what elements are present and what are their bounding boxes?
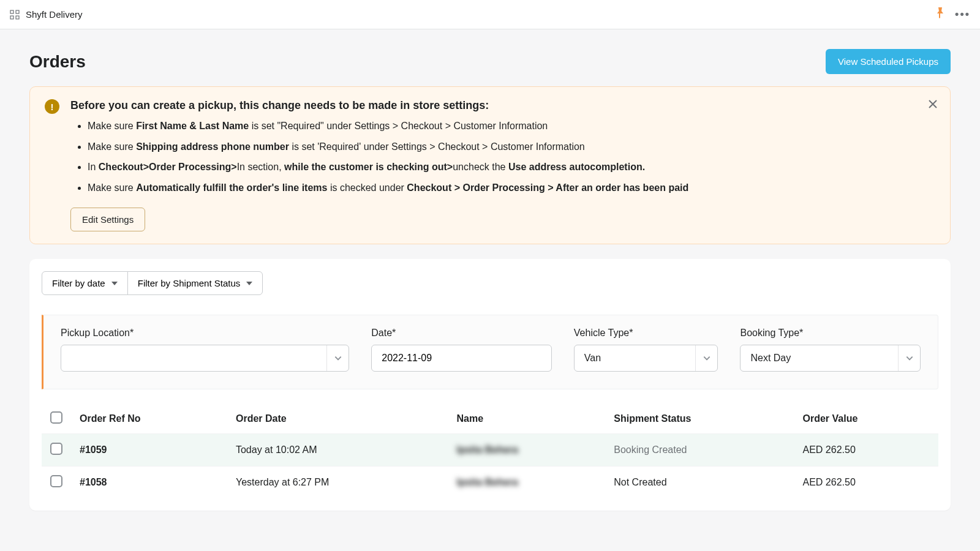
cell-date: Yesterday at 6:27 PM — [227, 467, 448, 499]
close-alert-button[interactable] — [928, 98, 938, 112]
chevron-down-icon — [326, 345, 349, 371]
filter-label: Filter by date — [52, 278, 105, 288]
orders-table: Order Ref No Order Date Name Shipment St… — [42, 404, 938, 498]
cell-name: Ipsita Behera — [448, 434, 605, 467]
svg-rect-1 — [16, 10, 19, 13]
cell-status: Not Created — [605, 467, 794, 499]
cell-name: Ipsita Behera — [448, 467, 605, 499]
alert-item: Make sure Automatically fulfill the orde… — [88, 180, 935, 196]
date-label: Date* — [371, 328, 552, 339]
app-name: Shyft Delivery — [26, 9, 83, 20]
col-name: Name — [448, 404, 605, 434]
alert-item: Make sure Shipping address phone number … — [88, 139, 935, 155]
alert-list: Make sure First Name & Last Name is set … — [70, 118, 935, 195]
app-grid-icon — [10, 10, 20, 20]
col-ref: Order Ref No — [71, 404, 227, 434]
pin-icon[interactable] — [935, 7, 945, 21]
filter-by-status-button[interactable]: Filter by Shipment Status — [127, 271, 263, 295]
chevron-down-icon — [898, 345, 920, 371]
vehicle-type-select[interactable]: Van — [574, 345, 718, 372]
cell-value: AED 262.50 — [794, 467, 939, 499]
alert-heading: Before you can create a pickup, this cha… — [70, 99, 935, 112]
pickup-location-label: Pickup Location* — [61, 328, 349, 339]
date-input[interactable] — [372, 353, 551, 364]
pickup-form: Pickup Location* Date* Vehicle Type* Van — [42, 315, 938, 389]
row-checkbox[interactable] — [50, 443, 62, 455]
booking-type-value: Next Day — [741, 353, 898, 364]
row-checkbox[interactable] — [50, 475, 62, 487]
cell-date: Today at 10:02 AM — [227, 434, 448, 467]
vehicle-type-label: Vehicle Type* — [574, 328, 718, 339]
view-scheduled-pickups-button[interactable]: View Scheduled Pickups — [826, 49, 951, 74]
orders-card: Filter by date Filter by Shipment Status… — [29, 259, 951, 511]
filter-label: Filter by Shipment Status — [138, 278, 241, 288]
alert-item: Make sure First Name & Last Name is set … — [88, 118, 935, 134]
more-menu-icon[interactable]: ••• — [955, 8, 970, 21]
select-all-checkbox[interactable] — [50, 411, 62, 424]
table-row[interactable]: #1058 Yesterday at 6:27 PM Ipsita Behera… — [42, 467, 938, 499]
col-status: Shipment Status — [605, 404, 794, 434]
page-header: Orders View Scheduled Pickups — [29, 49, 951, 74]
edit-settings-button[interactable]: Edit Settings — [70, 208, 145, 231]
svg-rect-2 — [10, 16, 13, 19]
chevron-down-icon — [695, 345, 717, 371]
cell-status: Booking Created — [605, 434, 794, 467]
booking-type-select[interactable]: Next Day — [740, 345, 921, 372]
chevron-down-icon — [246, 282, 252, 285]
svg-rect-3 — [16, 16, 19, 19]
page-title: Orders — [29, 52, 86, 72]
warning-icon: ! — [45, 99, 59, 114]
chevron-down-icon — [111, 282, 118, 285]
cell-ref: #1059 — [71, 434, 227, 467]
vehicle-type-value: Van — [575, 353, 696, 364]
date-input-wrap[interactable] — [371, 345, 552, 372]
table-row[interactable]: #1059 Today at 10:02 AM Ipsita Behera Bo… — [42, 434, 938, 467]
col-value: Order Value — [794, 404, 939, 434]
cell-ref: #1058 — [71, 467, 227, 499]
col-date: Order Date — [227, 404, 448, 434]
booking-type-label: Booking Type* — [740, 328, 921, 339]
filter-by-date-button[interactable]: Filter by date — [42, 271, 128, 295]
pickup-location-select[interactable] — [61, 345, 349, 372]
cell-value: AED 262.50 — [794, 434, 939, 467]
settings-alert: ! Before you can create a pickup, this c… — [29, 86, 951, 244]
topbar: Shyft Delivery ••• — [0, 0, 980, 29]
alert-item: In Checkout>Order Processing>In section,… — [88, 159, 935, 175]
svg-rect-0 — [10, 10, 13, 13]
